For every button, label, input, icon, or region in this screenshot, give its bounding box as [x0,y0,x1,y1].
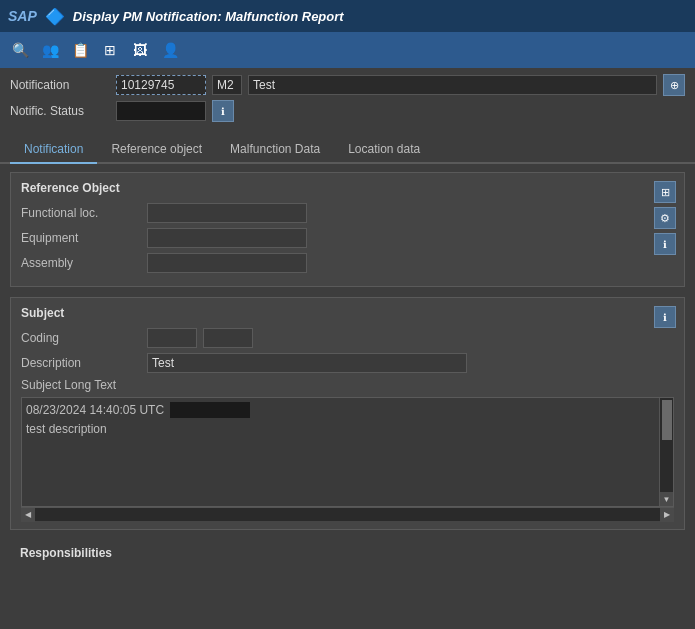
tab-notification[interactable]: Notification [10,136,97,164]
grid-icon[interactable]: ⊞ [98,38,122,62]
notification-row: Notification ⊕ [10,74,685,96]
status-info-icon[interactable]: ℹ [212,100,234,122]
notification-label: Notification [10,78,110,92]
scrollbar-left-btn[interactable]: ◀ [21,508,35,522]
scrollbar-h-track [35,510,660,520]
user-redacted [170,402,250,418]
timestamp-value: 08/23/2024 14:40:05 UTC [26,403,164,417]
notification-type[interactable] [212,75,242,95]
subject-info-icon[interactable]: ℹ [654,306,676,328]
coding-row: Coding [21,328,674,348]
title-icon: 🔷 [45,7,65,26]
notification-action-icon[interactable]: ⊕ [663,74,685,96]
content-panel: Reference Object Functional loc. Equipme… [0,164,695,614]
responsibilities-title: Responsibilities [20,546,112,560]
equipment-row: Equipment [21,228,674,248]
scrollbar-down-btn[interactable]: ▼ [660,492,674,506]
description-row: Description [21,353,674,373]
title-bar: SAP 🔷 Display PM Notification: Malfuncti… [0,0,695,32]
long-text-timestamp-row: 08/23/2024 14:40:05 UTC [26,402,669,418]
scrollbar-right-btn[interactable]: ▶ [660,508,674,522]
long-text-content: 08/23/2024 14:40:05 UTC test description [22,398,673,440]
functional-loc-row: Functional loc. [21,203,674,223]
tab-location-data[interactable]: Location data [334,136,434,162]
subject-section: Subject Coding Description Subject Long … [10,297,685,530]
notification-area: Notification ⊕ Notific. Status ℹ [0,68,695,132]
tab-malfunction-data[interactable]: Malfunction Data [216,136,334,162]
person-icon[interactable]: 👤 [158,38,182,62]
toolbar: 🔍 👥 📋 ⊞ 🖼 👤 [0,32,695,68]
reference-object-section: Reference Object Functional loc. Equipme… [10,172,685,287]
equipment-input[interactable] [147,228,307,248]
coding-input-2[interactable] [203,328,253,348]
ref-obj-icons: ⊞ ⚙ ℹ [654,181,676,255]
long-text-container: 08/23/2024 14:40:05 UTC test description… [21,397,674,507]
notific-status-label: Notific. Status [10,104,110,118]
notific-status-value [116,101,206,121]
scrollbar-thumb [662,400,672,440]
description-label: Description [21,356,141,370]
subject-icon-btn[interactable]: ℹ [654,306,676,328]
image-icon[interactable]: 🖼 [128,38,152,62]
sap-logo: SAP [8,8,37,24]
horizontal-scrollbar[interactable]: ◀ ▶ [21,507,674,521]
long-text-body: test description [26,422,669,436]
equipment-label: Equipment [21,231,141,245]
equipment-icon[interactable]: ⚙ [654,207,676,229]
coding-input-1[interactable] [147,328,197,348]
document-icon[interactable]: 📋 [68,38,92,62]
functional-loc-label: Functional loc. [21,206,141,220]
reference-object-title: Reference Object [21,181,674,195]
users-icon[interactable]: 👥 [38,38,62,62]
notific-status-row: Notific. Status ℹ [10,100,685,122]
functional-loc-input[interactable] [147,203,307,223]
description-input[interactable] [147,353,467,373]
notification-description[interactable] [248,75,657,95]
long-text-label-row: Subject Long Text [21,378,674,392]
vertical-scrollbar[interactable]: ▼ [659,398,673,506]
search-icon[interactable]: 🔍 [8,38,32,62]
subject-title: Subject [21,306,674,320]
functional-loc-icon[interactable]: ⊞ [654,181,676,203]
tabs: Notification Reference object Malfunctio… [0,136,695,164]
tab-reference-object[interactable]: Reference object [97,136,216,162]
notification-number[interactable] [116,75,206,95]
assembly-info-icon[interactable]: ℹ [654,233,676,255]
assembly-row: Assembly [21,253,674,273]
assembly-label: Assembly [21,256,141,270]
assembly-input[interactable] [147,253,307,273]
page-title: Display PM Notification: Malfunction Rep… [73,9,344,24]
long-text-label: Subject Long Text [21,378,141,392]
responsibilities-header: Responsibilities [10,540,685,566]
coding-label: Coding [21,331,141,345]
